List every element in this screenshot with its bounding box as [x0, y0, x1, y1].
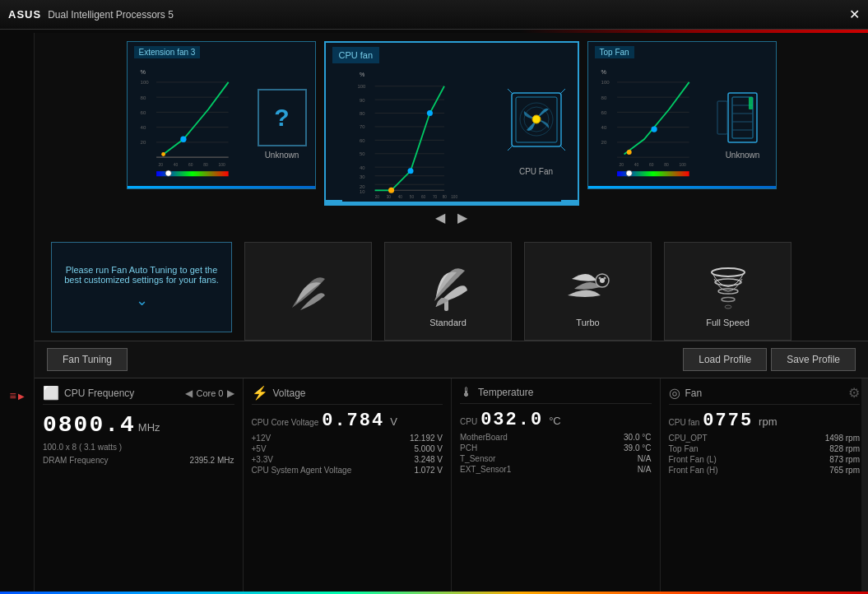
- 5v-row: +5V 5.000 V: [252, 443, 443, 454]
- temp-icon: 🌡: [460, 385, 473, 400]
- 12v-value: 12.192 V: [410, 434, 443, 443]
- tsensor-row: T_Sensor N/A: [460, 453, 652, 464]
- svg-text:60: 60: [601, 109, 606, 115]
- 12v-row: +12V 12.192 V: [252, 433, 443, 443]
- svg-text:80: 80: [140, 95, 146, 100]
- fan-scrollbar[interactable]: [861, 378, 868, 594]
- core-prev-button[interactable]: ◀: [185, 387, 193, 399]
- sidebar: ≡ ▶: [0, 33, 35, 594]
- svg-text:70: 70: [432, 195, 437, 199]
- svg-text:80: 80: [601, 95, 606, 100]
- top-fan-value: 828 rpm: [829, 444, 860, 453]
- svg-text:100: 100: [218, 163, 225, 167]
- cpu-temp-value: 032.0: [480, 410, 543, 430]
- fan-mode-full-speed[interactable]: Full Speed: [664, 242, 791, 341]
- cpu-freq-header: ⬜ CPU Frequency ◀ Core 0 ▶: [43, 385, 234, 405]
- cpu-sa-row: CPU System Agent Voltage 1.072 V: [252, 465, 443, 476]
- gear-icon[interactable]: ⚙: [848, 385, 860, 401]
- cpu-temp-label: CPU: [460, 417, 477, 426]
- voltage-panel: ⚡ Voltage CPU Core Voltage 0.784 V +12V …: [244, 378, 453, 594]
- svg-point-60: [532, 115, 541, 123]
- asus-logo: ASUS: [8, 8, 41, 21]
- fan-icon-area-top: Unknown: [710, 60, 776, 188]
- cpu-core-volt-value: 0.784: [322, 411, 384, 431]
- graph-svg-top: % 100 80 60 40 20: [592, 64, 706, 184]
- svg-point-14: [161, 152, 165, 156]
- temperature-panel: 🌡 Temperature CPU 032.0 °C MotherBoard 3…: [452, 378, 661, 594]
- svg-text:50: 50: [359, 151, 364, 156]
- pch-label: PCH: [460, 443, 477, 452]
- svg-point-99: [712, 268, 745, 276]
- save-profile-button[interactable]: Save Profile: [771, 348, 856, 371]
- fan-mode-silent[interactable]: [244, 242, 372, 341]
- profile-buttons: Load Profile Save Profile: [683, 348, 856, 371]
- svg-text:40: 40: [397, 195, 402, 199]
- chevron-down-icon: ⌄: [136, 291, 148, 309]
- cpu-freq-title: CPU Frequency: [64, 387, 134, 399]
- silent-mode-icon: [280, 262, 337, 320]
- svg-point-98: [598, 276, 601, 279]
- svg-line-61: [508, 89, 512, 93]
- svg-point-21: [165, 170, 171, 176]
- titlebar: ASUS Dual Intelligent Processors 5 ✕: [0, 0, 868, 30]
- svg-text:20: 20: [374, 195, 379, 199]
- fan-tuning-button[interactable]: Fan Tuning: [47, 348, 128, 371]
- freq-big-value: 0800.4: [43, 412, 136, 438]
- cpu-fan-label: CPU fan: [669, 418, 700, 427]
- freq-value-container: 0800.4 MHz: [43, 412, 234, 438]
- svg-text:%: %: [140, 68, 146, 76]
- top-fan-visual: [716, 89, 769, 146]
- load-profile-button[interactable]: Load Profile: [683, 348, 767, 371]
- 33v-row: +3.3V 3.248 V: [252, 454, 443, 465]
- cpu-icon: ⬜: [43, 385, 59, 401]
- fan-tuning-info: Please run Fan Auto Tuning to get the be…: [51, 242, 232, 332]
- nav-next-button[interactable]: ▶: [457, 210, 467, 225]
- svg-text:50: 50: [409, 195, 414, 199]
- fan-title: Fan: [685, 387, 703, 399]
- svg-text:20: 20: [601, 139, 606, 145]
- fan-card-extension[interactable]: Extension fan 3 % 100 80 60 40 20: [127, 41, 316, 189]
- close-button[interactable]: ✕: [849, 7, 860, 22]
- titlebar-left: ASUS Dual Intelligent Processors 5: [8, 8, 174, 21]
- fan-card-content-cpu: % 100 90 80 70 60 50 40 30 20 10: [326, 43, 578, 204]
- cpu-temp-big-row: CPU 032.0 °C: [460, 410, 652, 430]
- svg-text:60: 60: [140, 109, 146, 115]
- svg-text:60: 60: [649, 163, 654, 167]
- 33v-label: +3.3V: [252, 455, 273, 464]
- sidebar-menu[interactable]: ≡ ▶: [9, 389, 24, 402]
- nav-prev-button[interactable]: ◀: [435, 210, 445, 225]
- cpu-core-volt-label: CPU Core Voltage: [252, 418, 319, 427]
- front-fan-l-row: Front Fan (L) 873 rpm: [669, 454, 861, 465]
- card-accent-extension: [128, 186, 315, 188]
- voltage-big-row: CPU Core Voltage 0.784 V: [252, 411, 443, 431]
- ext-sensor1-row: EXT_Sensor1 N/A: [460, 464, 652, 475]
- 12v-label: +12V: [252, 434, 272, 443]
- svg-text:60: 60: [359, 138, 364, 143]
- freq-sub-values: 100.0 x 8 ( 3.1 watts ): [43, 443, 234, 452]
- graph-area-cpu: % 100 90 80 70 60 50 40 30 20 10: [326, 61, 495, 204]
- question-mark-box: ?: [258, 89, 307, 146]
- fan-mode-turbo[interactable]: Turbo: [524, 242, 652, 341]
- sidebar-arrow: ▶: [18, 392, 25, 401]
- core-next-button[interactable]: ▶: [227, 387, 234, 399]
- fan-card-cpu[interactable]: CPU fan % 100 90 80 70 60 50 40: [324, 41, 579, 206]
- svg-text:80: 80: [203, 163, 208, 167]
- cpu-temp-unit: °C: [549, 415, 561, 427]
- card-accent-top: [588, 186, 776, 188]
- svg-point-78: [651, 126, 657, 132]
- dram-value: 2395.2 MHz: [190, 456, 234, 465]
- freq-unit: MHz: [138, 421, 160, 434]
- pch-row: PCH 39.0 °C: [460, 443, 652, 453]
- content-area: Extension fan 3 % 100 80 60 40 20: [35, 33, 868, 594]
- graph-area-extension: % 100 80 60 40 20: [128, 60, 249, 188]
- svg-text:10: 10: [359, 189, 364, 194]
- temp-title: Temperature: [478, 387, 533, 398]
- fan-card-top[interactable]: Top Fan % 100 80 60 40 20: [587, 41, 777, 189]
- front-fan-h-label: Front Fan (H): [669, 466, 718, 475]
- svg-text:20: 20: [619, 163, 624, 167]
- svg-point-80: [626, 170, 632, 176]
- front-fan-h-value: 765 rpm: [829, 466, 860, 475]
- fan-card-title-extension: Extension fan 3: [134, 46, 201, 58]
- top-fan-row: Top Fan 828 rpm: [669, 443, 861, 454]
- fan-mode-standard[interactable]: Standard: [384, 242, 512, 341]
